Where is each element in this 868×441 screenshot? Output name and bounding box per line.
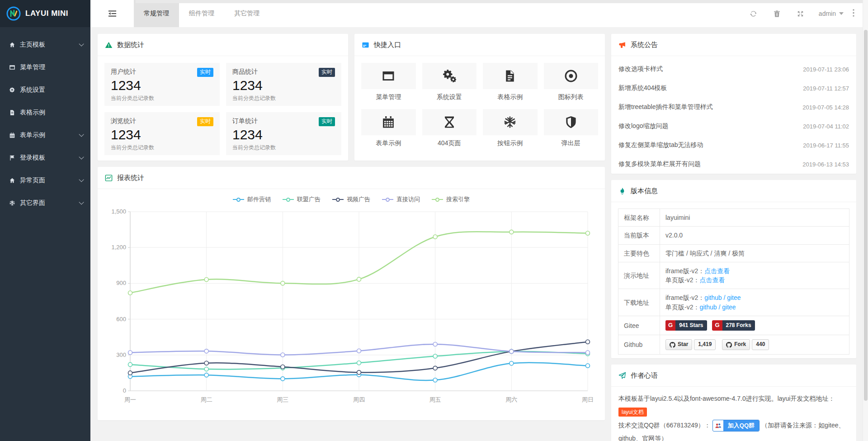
legend-item[interactable]: 联盟广告 — [283, 195, 321, 204]
refresh-button[interactable] — [742, 10, 765, 18]
gitee-icon: G — [665, 320, 675, 331]
svg-text:900: 900 — [116, 280, 126, 286]
legend-marker-icon — [233, 198, 244, 202]
snowflake-icon — [9, 200, 20, 206]
announcement-row[interactable]: 修复多模块菜单栏展开有问题2019-06-13 14:53 — [618, 155, 849, 174]
calendar-icon — [382, 115, 395, 129]
stat-panel-users: 用户统计实时 1234 当前分类总记录数 — [104, 63, 220, 106]
legend-item[interactable]: 直接访问 — [382, 195, 420, 204]
announcement-row[interactable]: 修复左侧菜单缩放tab无法移动2019-06-17 11:55 — [618, 136, 849, 155]
join-qq-group-button[interactable]: 加入QQ群 — [712, 420, 760, 432]
clear-cache-button[interactable] — [765, 10, 789, 18]
user-menu[interactable]: admin — [812, 10, 850, 17]
layui-logo-icon — [6, 6, 21, 21]
flag-icon — [9, 155, 20, 161]
collapse-sidebar-button[interactable] — [90, 0, 134, 27]
table-row: 演示地址 iframe版-v2：点击查看 单页版-v2：点击查看 — [618, 262, 849, 289]
version-info-title: 版本信息 — [631, 187, 658, 195]
legend-item[interactable]: 邮件营销 — [233, 195, 271, 204]
sidebar-item-menu-management[interactable]: 菜单管理 — [0, 56, 90, 79]
status-badge: 实时 — [319, 68, 335, 77]
github-star-count[interactable]: 1,419 — [694, 339, 716, 350]
download-link-github-spa[interactable]: github — [699, 303, 717, 311]
outdent-icon — [108, 10, 117, 17]
sidebar-item-error-pages[interactable]: 异常页面 — [0, 169, 90, 192]
quick-item-icon-list[interactable]: 图标列表 — [544, 63, 599, 101]
sidebar-item-table-example[interactable]: 表格示例 — [0, 101, 90, 124]
home-icon — [9, 177, 20, 184]
svg-text:周五: 周五 — [429, 396, 441, 403]
sidebar-item-other-ui[interactable]: 其它界面 — [0, 192, 90, 214]
stat-panel-products: 商品统计实时 1234 当前分类总记录数 — [226, 63, 341, 106]
stat-panel-orders: 订单统计实时 1234 当前分类总记录数 — [226, 112, 341, 155]
status-badge: 实时 — [197, 68, 213, 77]
download-link-gitee-iframe[interactable]: / gitee — [722, 294, 741, 301]
trash-icon — [773, 10, 781, 18]
caret-down-icon — [839, 12, 844, 15]
legend-marker-icon — [382, 198, 393, 202]
chevron-down-icon — [79, 177, 84, 182]
right-column: 系统公告 修改选项卡样式2019-07-11 23:06 新增系统404模板20… — [611, 34, 862, 441]
layui-doc-badge[interactable]: layui文档 — [618, 408, 647, 417]
fullscreen-icon — [797, 10, 804, 18]
quick-item-menu-management[interactable]: 菜单管理 — [361, 63, 416, 101]
home-icon — [9, 42, 20, 48]
quick-item-form-example[interactable]: 表单示例 — [361, 109, 416, 147]
dot-circle-icon — [564, 69, 578, 83]
username: admin — [819, 10, 836, 17]
quick-item-system-settings[interactable]: 系统设置 — [422, 63, 477, 101]
sidebar-item-home-template[interactable]: 主页模板 — [0, 33, 90, 56]
sidebar-item-system-settings[interactable]: 系统设置 — [0, 79, 90, 101]
fullscreen-button[interactable] — [789, 10, 812, 18]
gitee-stars-badge[interactable]: G941 Stars — [665, 320, 707, 331]
header-tools: admin — [742, 0, 868, 27]
stat-value: 1234 — [111, 78, 213, 94]
github-star-button[interactable]: Star — [665, 339, 692, 350]
main-area: 常规管理 组件管理 其它管理 admin — [90, 0, 868, 441]
chevron-down-icon — [79, 41, 84, 46]
svg-text:周二: 周二 — [201, 396, 212, 403]
legend-item[interactable]: 搜索引擎 — [432, 195, 470, 204]
demo-link-spa[interactable]: 点击查看 — [699, 276, 725, 284]
window-icon — [9, 64, 20, 71]
github-fork-button[interactable]: Fork — [722, 339, 750, 350]
refresh-icon — [750, 10, 757, 18]
left-column: 数据统计 用户统计实时 1234 当前分类总记录数 商品统计实时 1234 — [98, 34, 605, 441]
quick-item-button-example[interactable]: 按钮示例 — [483, 109, 538, 147]
fire-icon — [618, 187, 626, 195]
sidebar-item-form-example[interactable]: 表单示例 — [0, 124, 90, 147]
logo[interactable]: LAYUI MINI — [0, 0, 90, 27]
quick-item-table-example[interactable]: 表格示例 — [483, 63, 538, 101]
quick-item-404-page[interactable]: 404页面 — [422, 109, 477, 147]
chevron-down-icon — [79, 154, 84, 159]
sidebar-item-login-template[interactable]: 登录模板 — [0, 147, 90, 169]
announcement-row[interactable]: 新增treetable插件和菜单管理样式2019-07-05 14:28 — [618, 98, 849, 117]
stats-card-title: 数据统计 — [117, 41, 144, 49]
download-link-github-iframe[interactable]: github — [704, 294, 722, 301]
chevron-down-icon — [79, 199, 84, 204]
legend-item[interactable]: 视频广告 — [332, 195, 370, 204]
megaphone-icon — [618, 41, 626, 49]
table-row: 主要特色零门槛 / 响应式 / 清爽 / 极简 — [618, 244, 849, 262]
announcement-row[interactable]: 修改选项卡样式2019-07-11 23:06 — [618, 60, 849, 79]
svg-text:周三: 周三 — [277, 396, 288, 403]
calendar-icon — [9, 132, 20, 138]
tab-general-management[interactable]: 常规管理 — [134, 0, 179, 27]
scrollbar-thumb[interactable] — [864, 30, 868, 401]
quick-item-popup-layer[interactable]: 弹出层 — [544, 109, 599, 147]
announcement-row[interactable]: 修改logo缩放问题2019-07-04 11:02 — [618, 117, 849, 136]
stats-card: 数据统计 用户统计实时 1234 当前分类总记录数 商品统计实时 1234 — [98, 34, 348, 161]
gitee-forks-badge[interactable]: G278 Forks — [712, 320, 755, 331]
announcement-row[interactable]: 新增系统404模板2019-07-11 12:57 — [618, 79, 849, 98]
github-fork-count[interactable]: 440 — [752, 339, 769, 350]
octocat-icon — [670, 342, 675, 348]
shield-icon — [564, 115, 578, 129]
demo-link-iframe[interactable]: 点击查看 — [704, 267, 730, 275]
status-badge: 实时 — [197, 117, 213, 126]
stat-value: 1234 — [111, 127, 213, 143]
tab-component-management[interactable]: 组件管理 — [179, 0, 224, 27]
download-link-gitee-spa[interactable]: / gitee — [717, 303, 736, 311]
more-menu-button[interactable] — [850, 9, 859, 19]
tab-other-management[interactable]: 其它管理 — [224, 0, 269, 27]
warning-triangle-icon — [105, 41, 113, 49]
